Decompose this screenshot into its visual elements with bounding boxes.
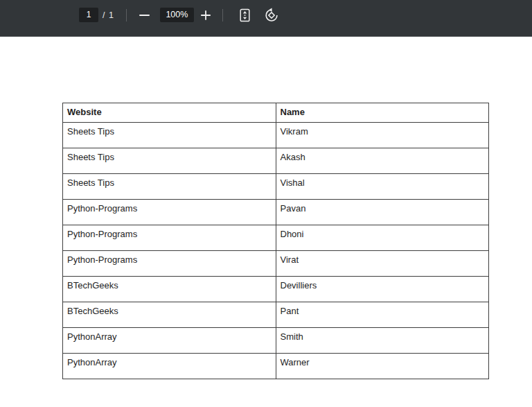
cell-website: Python-Programs xyxy=(63,251,276,277)
cell-website: BTechGeeks xyxy=(63,302,276,328)
cell-name: Dhoni xyxy=(276,225,489,251)
minus-icon xyxy=(139,15,150,16)
page-number-input[interactable]: 1 xyxy=(79,8,98,22)
cell-name: Vikram xyxy=(276,123,489,148)
cell-name: Vishal xyxy=(276,174,489,200)
cell-website: PythonArray xyxy=(63,354,276,379)
column-header-website: Website xyxy=(63,103,276,123)
table-row: Python-Programs Pavan xyxy=(63,200,489,225)
pdf-page: Website Name Sheets Tips Vikram Sheets T… xyxy=(0,37,532,407)
zoom-out-button[interactable] xyxy=(136,7,153,24)
cell-website: Python-Programs xyxy=(63,200,276,225)
toolbar-divider xyxy=(126,9,127,21)
pdf-toolbar: 1 / 1 100% xyxy=(0,0,532,37)
page-count-label: / 1 xyxy=(103,10,114,20)
table-row: Sheets Tips Vishal xyxy=(63,174,489,200)
column-header-name: Name xyxy=(276,103,489,123)
cell-name: Virat xyxy=(276,251,489,277)
toolbar-divider xyxy=(222,9,223,21)
rotate-button[interactable] xyxy=(263,7,280,24)
table-row: BTechGeeks Pant xyxy=(63,302,489,328)
cell-name: Warner xyxy=(276,354,489,379)
cell-website: BTechGeeks xyxy=(63,277,276,302)
rotate-counterclockwise-icon xyxy=(264,8,279,23)
cell-website: Sheets Tips xyxy=(63,123,276,148)
table-row: Python-Programs Dhoni xyxy=(63,225,489,251)
cell-website: PythonArray xyxy=(63,328,276,354)
page-separator: / xyxy=(103,10,105,20)
cell-website: Sheets Tips xyxy=(63,148,276,174)
table-header-row: Website Name xyxy=(63,103,489,123)
zoom-level-input[interactable]: 100% xyxy=(160,8,194,22)
fit-to-page-button[interactable] xyxy=(237,7,254,24)
table-row: PythonArray Warner xyxy=(63,354,489,379)
cell-name: Pavan xyxy=(276,200,489,225)
table-row: Sheets Tips Akash xyxy=(63,148,489,174)
fit-to-page-icon xyxy=(238,8,252,23)
cell-name: Pant xyxy=(276,302,489,328)
plus-icon xyxy=(200,10,211,21)
table-row: PythonArray Smith xyxy=(63,328,489,354)
pdf-viewer: 1 / 1 100% xyxy=(0,0,532,407)
cell-name: Smith xyxy=(276,328,489,354)
table-row: Sheets Tips Vikram xyxy=(63,123,489,148)
data-table: Website Name Sheets Tips Vikram Sheets T… xyxy=(62,103,489,379)
cell-name: Devilliers xyxy=(276,277,489,302)
page-total: 1 xyxy=(109,10,114,20)
toolbar-controls: 1 / 1 100% xyxy=(0,0,532,30)
zoom-in-button[interactable] xyxy=(197,7,214,24)
table-row: Python-Programs Virat xyxy=(63,251,489,277)
cell-name: Akash xyxy=(276,148,489,174)
cell-website: Sheets Tips xyxy=(63,174,276,200)
table-row: BTechGeeks Devilliers xyxy=(63,277,489,302)
cell-website: Python-Programs xyxy=(63,225,276,251)
